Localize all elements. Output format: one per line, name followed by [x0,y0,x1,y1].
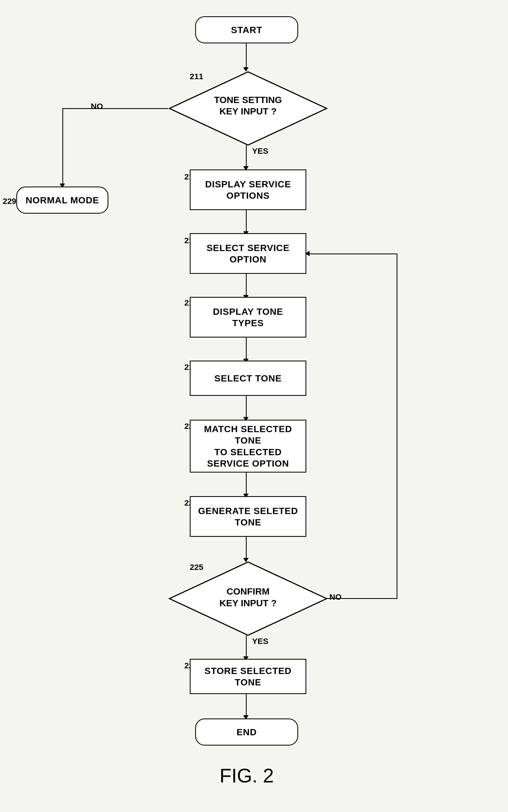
ref-211: 211 [190,72,203,81]
diamond-211: TONE SETTING KEY INPUT ? [168,71,328,146]
end-label: END [237,726,257,738]
generate-tone-node: GENERATE SELETEDTONE [190,496,306,537]
start-label: START [231,24,262,36]
ref-229: 229 [3,197,16,206]
svg-text:KEY INPUT ?: KEY INPUT ? [220,106,277,116]
arrow-211-no-h [62,108,168,109]
display-tone-types-label: DISPLAY TONETYPES [213,306,283,329]
arrow-225-no-v [396,254,397,599]
match-tone-node: MATCH SELECTED TONETO SELECTEDSERVICE OP… [190,420,306,473]
figure-caption-text: FIG. 2 [220,765,274,786]
select-tone-node: SELECT TONE [190,360,306,396]
flowchart-diagram: START TONE SETTING KEY INPUT ? 211 YES N… [0,0,508,786]
arrow-227-end [246,694,247,719]
store-tone-label: STORE SELECTED TONE [190,665,305,688]
generate-tone-label: GENERATE SELETEDTONE [198,505,298,528]
arrowhead-no2 [305,251,309,256]
no-label-1: NO [91,102,103,111]
arrow-225-no-h1 [327,598,397,599]
svg-text:KEY INPUT ?: KEY INPUT ? [220,598,277,608]
arrow-219-221 [246,396,247,420]
arrow-225-227 [246,635,247,659]
display-service-options-node: DISPLAY SERVICEOPTIONS [190,169,306,210]
arrow-225-no-h2 [306,254,396,254]
display-tone-types-node: DISPLAY TONETYPES [190,297,306,338]
diamond-225-svg: CONFIRM KEY INPUT ? [168,561,328,637]
arrow-213-215 [246,210,247,234]
arrow-221-223 [246,473,247,497]
diamond-211-svg: TONE SETTING KEY INPUT ? [168,71,328,146]
start-node: START [195,16,298,43]
select-service-option-node: SELECT SERVICEOPTION [190,233,306,274]
arrow-215-217 [246,274,247,298]
normal-mode-label: NORMAL MODE [26,195,99,206]
figure-caption: FIG. 2 [184,765,309,787]
svg-text:CONFIRM: CONFIRM [227,586,270,596]
select-service-option-label: SELECT SERVICEOPTION [207,242,290,265]
normal-mode-node: NORMAL MODE [16,186,109,214]
arrow-223-225 [246,537,247,561]
arrow-217-219 [246,338,247,362]
ref-225: 225 [190,563,203,572]
svg-text:TONE SETTING: TONE SETTING [214,95,282,105]
select-tone-label: SELECT TONE [214,373,282,384]
display-service-options-label: DISPLAY SERVICEOPTIONS [205,178,291,202]
diamond-225: CONFIRM KEY INPUT ? [168,561,328,637]
arrow-211-213 [246,145,247,169]
no-label-2: NO [329,592,342,602]
arrow-start-211 [246,43,247,71]
match-tone-label: MATCH SELECTED TONETO SELECTEDSERVICE OP… [190,423,305,469]
yes-label-1: YES [252,146,268,156]
arrow-211-no-v [62,108,63,187]
end-node: END [195,719,298,745]
store-tone-node: STORE SELECTED TONE [190,659,306,694]
yes-label-2: YES [252,637,268,646]
